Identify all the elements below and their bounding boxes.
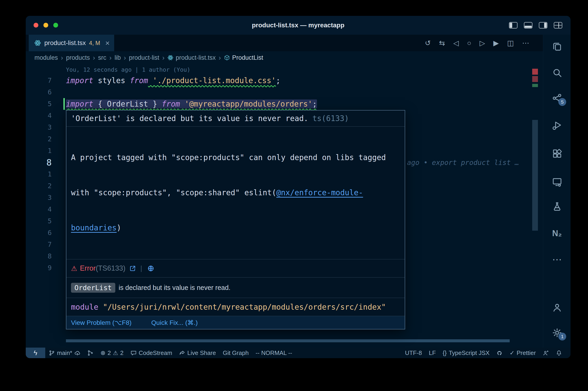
flask-icon: [552, 201, 562, 211]
quick-fix-button[interactable]: Quick Fix... (⌘.): [151, 319, 198, 326]
line-number[interactable]: 9: [26, 262, 52, 274]
activity-accounts[interactable]: [550, 301, 564, 314]
line-number[interactable]: 1: [26, 168, 52, 180]
notifications-status[interactable]: [552, 350, 566, 356]
tab-close-icon[interactable]: ×: [105, 39, 110, 47]
breadcrumb-item[interactable]: src: [98, 54, 106, 61]
activity-settings[interactable]: 1: [550, 326, 564, 339]
feedback-status[interactable]: [539, 350, 552, 356]
globe-icon[interactable]: [147, 265, 154, 272]
encoding-status[interactable]: UTF-8: [402, 349, 425, 357]
line-number[interactable]: 7: [26, 239, 52, 250]
live-share-status[interactable]: Live Share: [176, 348, 219, 358]
code-row[interactable]: 6: [26, 86, 532, 98]
activity-more[interactable]: ⋯: [550, 253, 564, 266]
current-line-number[interactable]: 8: [26, 157, 52, 168]
horizontal-scrollbar[interactable]: [66, 339, 510, 342]
next-change-icon[interactable]: ▷: [480, 39, 485, 47]
code-token: {: [93, 99, 107, 108]
overview-ruler-error-mark: [532, 76, 538, 82]
git-graph-status-icon[interactable]: [84, 348, 97, 358]
split-editor-icon[interactable]: ◫: [507, 39, 514, 47]
titlebar: product-list.tsx — myreactapp: [26, 16, 571, 35]
breadcrumb-file-label: product-list.tsx: [176, 54, 216, 61]
eol-status[interactable]: LF: [425, 349, 439, 357]
gitlens-blame-header[interactable]: You, 12 seconds ago | 1 author (You): [66, 66, 190, 73]
vertical-scrollbar[interactable]: [532, 120, 538, 231]
remote-indicator-icon: ϟ: [34, 349, 37, 357]
activity-source-control[interactable]: 5: [550, 92, 564, 104]
line-number[interactable]: 5: [26, 215, 52, 227]
line-number[interactable]: 6: [26, 227, 52, 239]
breadcrumb-item[interactable]: lib: [115, 54, 121, 61]
toggle-sidebar-right-icon[interactable]: [539, 22, 547, 28]
line-number[interactable]: 1: [26, 145, 52, 157]
code-row[interactable]: 7 import styles from './product-list.mod…: [26, 75, 532, 86]
activity-search[interactable]: [550, 66, 564, 79]
open-changes-icon[interactable]: ◁: [453, 39, 459, 47]
problems-status[interactable]: ⊗ 2 ⚠ 2: [97, 348, 127, 358]
activity-extensions[interactable]: [550, 147, 564, 160]
breadcrumb-symbol[interactable]: ProductList: [224, 54, 263, 61]
breadcrumb-separator: ›: [61, 54, 63, 62]
line-number[interactable]: 6: [26, 86, 52, 98]
line-number[interactable]: 7: [26, 75, 52, 86]
activity-remote-explorer[interactable]: [550, 175, 564, 188]
view-problem-button[interactable]: View Problem (⌥F8): [71, 319, 132, 326]
codestream-status[interactable]: CodeStream: [127, 348, 176, 358]
activity-bar: 5 N₂ ⋯: [543, 35, 571, 348]
code-row[interactable]: 5 import { OrderList } from '@myreactapp…: [26, 98, 532, 110]
activity-copy[interactable]: [550, 40, 564, 53]
line-number[interactable]: 3: [26, 192, 52, 203]
git-graph-label[interactable]: Git Graph: [219, 348, 252, 358]
nx-console-icon: N₂: [552, 229, 562, 238]
language-mode-status[interactable]: {} TypeScript JSX: [439, 349, 493, 357]
remote-indicator[interactable]: ϟ: [26, 348, 45, 358]
breadcrumb-item[interactable]: product-list: [129, 54, 159, 61]
more-actions-icon[interactable]: ⋯: [522, 39, 529, 47]
code-line-content[interactable]: import styles from './product-list.modul…: [66, 75, 280, 86]
activity-nx-console[interactable]: N₂: [550, 227, 564, 240]
breadcrumb-file[interactable]: product-list.tsx: [168, 54, 216, 61]
vim-mode-indicator[interactable]: -- NORMAL --: [252, 348, 296, 358]
code-line-content[interactable]: import { OrderList } from '@myreactapp/m…: [66, 98, 317, 110]
line-number[interactable]: 5: [26, 98, 52, 110]
code-token: import: [66, 99, 93, 108]
breadcrumb-item[interactable]: products: [66, 54, 90, 61]
previous-change-icon[interactable]: ○: [467, 39, 471, 47]
eslint-rule-link[interactable]: boundaries: [71, 223, 117, 232]
prettier-status[interactable]: ✓ Prettier: [506, 349, 539, 357]
code-token: ;: [312, 99, 317, 108]
customize-layout-icon[interactable]: [554, 22, 562, 28]
breadcrumb: modules › products › src › lib › product…: [26, 51, 543, 64]
line-number[interactable]: 3: [26, 121, 52, 133]
activity-run-debug[interactable]: [550, 119, 564, 132]
breadcrumb-separator: ›: [162, 54, 165, 62]
code-token: }: [148, 99, 162, 108]
diagnostic-message: 'OrderList' is declared but its value is…: [71, 114, 308, 123]
line-number[interactable]: 2: [26, 180, 52, 192]
code-token: './product-list.module.css': [148, 76, 276, 85]
run-file-icon[interactable]: ▶: [493, 39, 499, 47]
timeline-icon[interactable]: ↺: [425, 39, 431, 47]
external-link-icon[interactable]: [129, 265, 136, 272]
toggle-sidebar-left-icon[interactable]: [509, 22, 517, 28]
line-number[interactable]: 4: [26, 110, 52, 121]
tab-product-list[interactable]: product-list.tsx 4, M ×: [29, 35, 114, 51]
activity-testing[interactable]: [550, 200, 564, 213]
branch-status[interactable]: main*: [45, 348, 84, 358]
eslint-rule-link[interactable]: @nx/enforce-module-: [276, 188, 363, 197]
branch-name: main*: [57, 349, 72, 357]
toggle-panel-icon[interactable]: [524, 22, 532, 28]
github-status[interactable]: [493, 350, 506, 356]
symbol-chip: OrderList: [71, 283, 115, 293]
breadcrumb-item[interactable]: modules: [34, 54, 58, 61]
main-area: product-list.tsx 4, M × ↺ ⇆ ◁ ○ ▷ ▶ ◫ ⋯: [26, 35, 571, 348]
compare-icon[interactable]: ⇆: [439, 39, 445, 47]
line-number[interactable]: 8: [26, 250, 52, 262]
code-editor[interactable]: You, 12 seconds ago | 1 author (You) 7 i…: [26, 64, 543, 348]
line-number[interactable]: 4: [26, 203, 52, 215]
code-token: styles: [93, 76, 130, 85]
extensions-icon: [552, 148, 562, 159]
line-number[interactable]: 2: [26, 133, 52, 145]
